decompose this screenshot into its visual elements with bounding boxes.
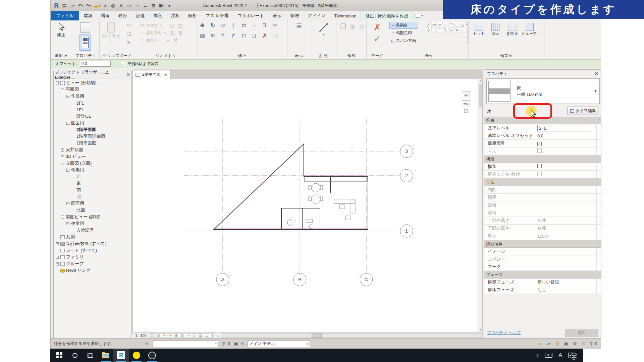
selection-settings-icon[interactable]: ⚙ — [580, 341, 587, 347]
expand-icon[interactable]: + — [61, 148, 64, 152]
section-header[interactable]: フェーズˆ — [484, 271, 601, 279]
property-field[interactable]: 2FL — [537, 125, 591, 131]
vertical-scroll-thumb[interactable] — [479, 84, 482, 107]
edit-type-button[interactable]: タイプ編集 — [568, 107, 598, 115]
modify-tool-icon[interactable]: ↱ — [230, 32, 237, 39]
collapse-icon[interactable]: − — [66, 95, 69, 98]
draw-tool-icon[interactable]: ◌ — [431, 27, 437, 33]
checkbox-unchecked[interactable] — [537, 172, 542, 176]
collapse-icon[interactable]: ˆ — [599, 242, 600, 245]
geometry-extra2-icon[interactable]: ◳ — [176, 22, 183, 29]
span-direction-button[interactable]: ◺スパン方向 — [389, 37, 418, 44]
tree-item[interactable]: −平面図 — [54, 86, 131, 93]
geometry-extra1-icon[interactable]: ❏ — [169, 22, 175, 29]
finish-sketch-button[interactable]: ✓ — [374, 35, 381, 43]
horizontal-scrollbar[interactable] — [221, 333, 483, 338]
workplane-set-button[interactable]: セット — [471, 20, 487, 36]
tree-item[interactable]: −図面用 — [54, 120, 131, 126]
notifications-icon[interactable]: 22 — [568, 353, 574, 358]
tree-item[interactable]: 北面 — [54, 207, 131, 214]
tab-2[interactable]: 構造 — [97, 11, 114, 20]
draw-tool-icon[interactable]: ∿ — [448, 27, 454, 33]
design-option-combo[interactable]: ▾ — [153, 341, 218, 347]
property-value[interactable]: 新しい建設 — [535, 279, 596, 285]
modify-tool-icon[interactable]: ↻ — [209, 22, 216, 28]
draw-tool-icon[interactable]: · — [460, 27, 465, 33]
measure-button[interactable]: ▼ — [311, 20, 336, 36]
selection-filter-icon[interactable]: :0 — [589, 342, 597, 346]
show-crop-icon[interactable]: ⊡ — [180, 333, 185, 338]
visual-style-icon[interactable]: ◳ — [156, 333, 161, 338]
modify-tool-icon[interactable]: ↰ — [220, 32, 226, 39]
view-tool-button[interactable]: ≣ — [287, 20, 311, 29]
close-icon[interactable]: ✕ — [594, 71, 598, 76]
tree-item[interactable]: −作業用 — [54, 220, 131, 227]
checkbox-unchecked[interactable] — [537, 148, 542, 153]
paste-button[interactable]: 貼り付け▼ — [102, 20, 120, 43]
tree-item[interactable]: +集計表/数量 (すべて) — [54, 240, 131, 247]
collapse-icon[interactable]: − — [56, 81, 59, 84]
section-header[interactable]: 構造ˆ — [484, 155, 601, 163]
tree-item[interactable]: +ファミリ — [54, 254, 131, 260]
tree-item[interactable]: 凡例 — [54, 234, 131, 240]
expand-icon[interactable]: + — [61, 155, 64, 158]
tab-8[interactable]: マス & 外構 — [201, 11, 233, 20]
collapse-icon[interactable]: − — [66, 169, 69, 172]
steering-wheel-icon[interactable]: ◎ — [462, 91, 470, 99]
tree-item[interactable]: 設計GL — [54, 113, 131, 120]
tree-item[interactable]: 1階平面詳細図 — [54, 133, 131, 140]
section-header[interactable]: 寸法ˆ — [484, 178, 601, 186]
ime-indicator[interactable]: A — [558, 352, 562, 358]
draw-grid-scrollbar[interactable]: ▴▾ — [465, 22, 468, 43]
draw-tool-icon[interactable]: ✎ — [454, 27, 460, 33]
draw-tool-icon[interactable]: ◠ — [448, 22, 454, 27]
tray-chevron-icon[interactable]: ∧ — [536, 353, 539, 358]
draw-tool-icon[interactable]: ◡ — [454, 22, 460, 27]
draw-tool-icon[interactable]: ○ — [443, 22, 448, 27]
copy-icon[interactable]: ❏ — [125, 31, 132, 37]
zoom-2d-icon[interactable]: 2D▾ — [462, 100, 470, 108]
select-underlay-icon[interactable]: ▱ — [545, 341, 552, 347]
tab-modify-context[interactable]: 修正 | 床の境界を作成 — [361, 11, 413, 20]
tree-item[interactable]: 2階平面図 — [54, 126, 131, 133]
draw-tool-icon[interactable]: ◇ — [426, 27, 431, 33]
hscroll-left-arrow[interactable]: ‹ — [218, 334, 219, 338]
collapse-icon[interactable]: − — [61, 88, 64, 91]
expand-icon[interactable]: + — [56, 242, 59, 245]
boundary-line-button[interactable]: ⌐境界線 — [389, 22, 418, 29]
tab-10[interactable]: 表示 — [268, 11, 286, 20]
collapse-icon[interactable]: − — [61, 162, 64, 165]
property-value[interactable]: 2FL — [535, 125, 596, 131]
reveal-hidden-icon[interactable]: Ω — [192, 333, 197, 338]
geometry-extra4-icon[interactable]: ⊞ — [177, 29, 184, 36]
tree-item[interactable]: 南 — [54, 187, 131, 193]
modify-button[interactable]: 修正 — [51, 20, 72, 38]
hide-isolate-icon[interactable]: ◑ — [186, 333, 191, 338]
reveal-constraints-icon[interactable]: ⚓ — [210, 333, 215, 338]
type-properties-button[interactable] — [79, 35, 91, 51]
property-value[interactable]: 0.0 — [535, 133, 596, 138]
tree-item[interactable]: 2FL — [54, 100, 131, 106]
join-button[interactable]: 接合 — [146, 38, 154, 43]
modify-tool-icon[interactable]: ⊔ — [251, 32, 258, 39]
record-app-button[interactable] — [129, 349, 144, 362]
draw-tool-icon[interactable]: △ — [460, 22, 465, 27]
tree-item[interactable]: 北 — [54, 193, 131, 200]
collapse-icon[interactable]: − — [66, 122, 69, 125]
expand-icon[interactable]: + — [56, 256, 59, 259]
editable-only-icon[interactable]: ⚒ — [143, 341, 150, 347]
panel-label-select[interactable]: 選択 ▼ — [51, 53, 72, 59]
tree-item[interactable]: −立面図 (立面) — [54, 160, 131, 167]
tree-item[interactable]: 東 — [54, 180, 131, 187]
tree-item[interactable]: 1FL — [54, 106, 131, 113]
tab-7[interactable]: 解析 — [184, 11, 201, 20]
tab-file[interactable]: ファイル — [51, 11, 79, 20]
extend-into-wall-checkbox[interactable]: ✓ — [121, 62, 125, 66]
tree-item[interactable]: シート (すべて) — [54, 247, 131, 254]
property-value[interactable] — [535, 164, 596, 169]
properties-palette-icon[interactable] — [80, 22, 90, 33]
chevron-down-icon[interactable]: ▼ — [594, 89, 597, 93]
property-value[interactable] — [535, 148, 596, 154]
checkbox-unchecked[interactable] — [537, 164, 542, 168]
modify-tool-icon[interactable]: ▦ — [199, 32, 206, 39]
